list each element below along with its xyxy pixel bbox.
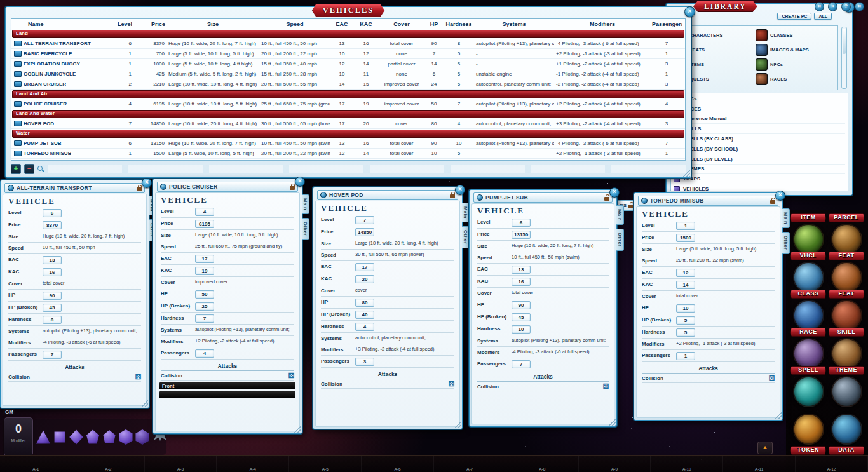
all-button[interactable]: ALL	[814, 13, 832, 20]
hotbar-slot-a-8[interactable]: A-8	[506, 456, 579, 472]
hotbar-slot-a-5[interactable]: A-5	[289, 456, 362, 472]
window-titlebar[interactable]: HOVER POD	[317, 190, 458, 200]
vehicle-sheet-window-torpedo-minisub[interactable]: MainOtherTORPEDO MINISUB×VEHICLELevel1Pr…	[634, 192, 783, 421]
table-row[interactable]: TORPEDO MINISUB11500Large (5 ft. wide, 1…	[11, 149, 685, 159]
lock-icon[interactable]	[290, 186, 295, 190]
app-close-icon[interactable]: ×	[855, 2, 864, 11]
link-icon[interactable]	[160, 184, 166, 190]
tab-other[interactable]: Other	[782, 232, 790, 254]
field-value[interactable]: 3	[355, 358, 374, 366]
link-icon[interactable]	[8, 185, 14, 191]
close-icon[interactable]: ×	[142, 178, 152, 188]
field-value[interactable]: 5	[676, 316, 695, 325]
library-entry-races[interactable]: RACES	[674, 104, 845, 114]
field-value[interactable]: 50	[195, 290, 214, 299]
table-row[interactable]: GOBLIN JUNKCYCLE1425Medium (5 ft. wide, …	[11, 69, 685, 79]
lock-icon[interactable]	[604, 197, 609, 201]
field-value[interactable]: 7	[43, 351, 62, 359]
field-value[interactable]: 13150	[512, 231, 531, 239]
filter-input-7[interactable]	[531, 165, 606, 173]
field-value[interactable]: 4	[195, 349, 214, 358]
library-entry-themes[interactable]: THEMES	[674, 165, 845, 175]
filter-input-6[interactable]	[451, 165, 525, 173]
d100-icon[interactable]	[135, 429, 150, 445]
field-value[interactable]: 6	[512, 219, 531, 227]
close-window-icon[interactable]: ×	[815, 2, 824, 11]
attack-row-collision[interactable]: Collision⚄	[8, 372, 141, 382]
sidebar-button-skill[interactable]: SKILL	[829, 328, 864, 369]
field-value[interactable]: 6	[43, 209, 62, 217]
close-icon[interactable]: ×	[609, 187, 620, 198]
window-titlebar[interactable]: ALL-TERRAIN TRANSPORT	[4, 183, 145, 193]
library-entry-traps[interactable]: TRAPS	[674, 174, 845, 184]
create-pc-button[interactable]: CREATE PC	[777, 13, 811, 20]
sidebar-button-data[interactable]: DATA	[829, 414, 864, 455]
attack-row-collision[interactable]: Collision⚄	[321, 379, 454, 389]
sidebar-button-vhcl[interactable]: VHCL	[790, 252, 826, 293]
tab-main[interactable]: Main	[616, 205, 624, 225]
library-entry-spells-by-class[interactable]: SPELLS (BY CLASS)	[674, 134, 845, 144]
filter-input-8[interactable]	[611, 165, 686, 173]
link-icon[interactable]	[477, 194, 483, 201]
attack-row-collision[interactable]: Collision⚄	[161, 371, 294, 381]
library-window[interactable]: LIBRARY × CREATE PC ALL CHARACTERSCLASSE…	[666, 3, 853, 196]
scrollbar[interactable]	[841, 27, 847, 89]
filter-input-4[interactable]	[289, 165, 363, 173]
field-value[interactable]: 14	[676, 281, 695, 289]
hotbar-slot-a-4[interactable]: A-4	[217, 456, 289, 472]
field-value[interactable]: 8370	[43, 221, 62, 229]
hotbar-slot-a-10[interactable]: A-10	[651, 456, 723, 472]
field-value[interactable]: 1500	[676, 234, 695, 242]
roll-die-icon[interactable]: ⚄	[288, 373, 294, 379]
hotbar-slot-a-7[interactable]: A-7	[434, 456, 506, 472]
field-value[interactable]: 90	[43, 292, 62, 300]
modifier-box[interactable]: 0 Modifier	[4, 417, 33, 456]
roll-die-icon[interactable]: ⚄	[602, 384, 609, 389]
tab-other[interactable]: Other	[616, 229, 624, 251]
lock-icon[interactable]	[137, 187, 142, 191]
filter-input-2[interactable]	[128, 165, 203, 173]
filter-input-3[interactable]	[209, 165, 283, 173]
field-value[interactable]: 10	[676, 304, 695, 313]
table-row[interactable]: POLICE CRUISER46195Large (10 ft. wide, 1…	[11, 99, 685, 109]
close-icon[interactable]: ×	[295, 177, 305, 187]
field-value[interactable]: 17	[195, 255, 214, 263]
sidebar-button-parcel[interactable]: PARCEL	[829, 213, 864, 255]
tab-other[interactable]: Other	[302, 218, 309, 240]
sidebar-button-token[interactable]: TOKEN	[790, 414, 826, 455]
hotbar-slot-a-9[interactable]: A-9	[579, 456, 651, 472]
filter-input-1[interactable]	[48, 165, 122, 173]
field-value[interactable]: 25	[195, 302, 214, 311]
remove-button[interactable]: −	[24, 164, 34, 174]
d6-icon[interactable]	[52, 429, 67, 445]
vehicle-sheet-window-police-cruiser[interactable]: MainOtherPOLICE CRUISER×VEHICLELevel4Pri…	[153, 179, 302, 434]
sidebar-button-race[interactable]: RACE	[790, 328, 826, 369]
attack-row-collision[interactable]: Collision⚄	[477, 382, 609, 391]
field-value[interactable]: 17	[355, 263, 374, 271]
library-entry-vehicles[interactable]: VEHICLES	[674, 184, 845, 191]
add-button[interactable]: +	[11, 164, 21, 174]
field-value[interactable]: 6195	[195, 220, 214, 228]
d20-icon[interactable]	[118, 429, 133, 445]
table-row[interactable]: URBAN CRUISER22210Large (10 ft. wide, 10…	[11, 79, 685, 90]
table-row[interactable]: PUMP-JET SUB613150Huge (10 ft. wide, 20 …	[11, 138, 685, 149]
field-value[interactable]: 10	[512, 325, 531, 334]
sidebar-button-spell[interactable]: SPELL	[790, 366, 826, 407]
field-value[interactable]: 5	[676, 328, 695, 337]
field-value[interactable]: 45	[43, 304, 62, 312]
d12-icon[interactable]	[102, 429, 117, 445]
library-entry-spells-by-level[interactable]: SPELLS (BY LEVEL)	[674, 154, 845, 165]
filter-input-5[interactable]	[370, 165, 444, 173]
help-icon[interactable]: ?	[841, 2, 851, 11]
lock-icon[interactable]	[770, 200, 775, 204]
d8-icon[interactable]	[69, 429, 84, 445]
attack-row-collision[interactable]: Collision⚄	[642, 374, 775, 383]
sidebar-button-theme[interactable]: THEME	[829, 366, 864, 407]
roll-die-icon[interactable]: ⚄	[768, 375, 775, 381]
field-value[interactable]: 14850	[355, 228, 374, 236]
roll-die-icon[interactable]: ⚄	[135, 374, 141, 380]
field-value[interactable]: 16	[43, 268, 62, 276]
vehicle-sheet-window-hover-pod[interactable]: MainOtherHOVER POD×VEHICLELevel7Price148…	[313, 187, 463, 429]
field-value[interactable]: 19	[195, 267, 214, 275]
field-value[interactable]: 13	[512, 266, 531, 274]
